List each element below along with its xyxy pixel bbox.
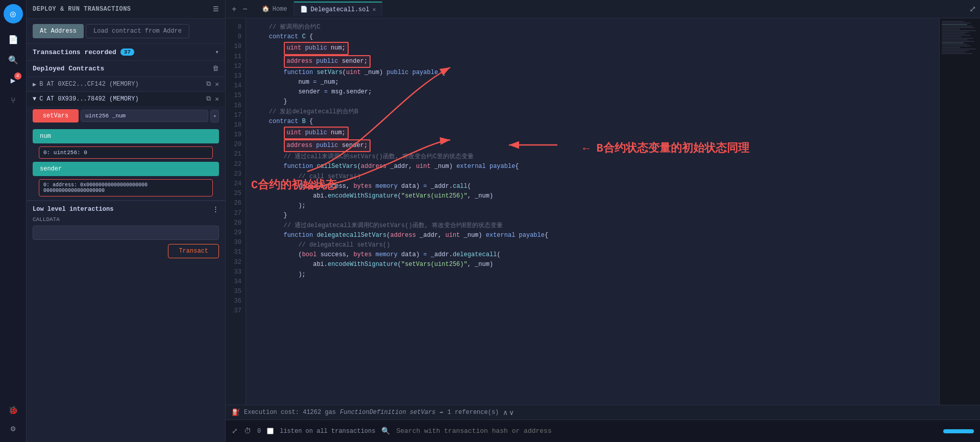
- low-level-title: Low level interactions: [33, 206, 113, 213]
- contract-b-item: ▶ B AT 0XEC2...CF142 (MEMORY) ⧉ ✕: [27, 77, 225, 92]
- transactions-row: Transactions recorded 37 ▾: [27, 44, 225, 61]
- setvars-dropdown[interactable]: ▾: [210, 110, 219, 122]
- home-tab-label: Home: [273, 6, 287, 13]
- sidebar-icon-settings[interactable]: ⚙: [4, 420, 22, 438]
- home-tab-icon: 🏠: [262, 5, 270, 13]
- panel-header: DEPLOY & RUN TRANSACTIONS ☰: [27, 0, 225, 19]
- contract-b-label: B AT 0XEC2...CF142 (MEMORY): [39, 81, 138, 88]
- contract-c-close-icon[interactable]: ✕: [215, 95, 219, 103]
- contract-c-label: C AT 0X939...78492 (MEMORY): [39, 95, 138, 103]
- transaction-search-input[interactable]: [396, 427, 937, 435]
- deployed-contracts-label: Deployed Contracts: [33, 65, 104, 72]
- delegatecall-tab-label: Delegatecall.sol: [311, 6, 370, 13]
- execution-cost: Execution cost: 41262 gas: [244, 409, 336, 416]
- forward-arrow-icon: ➡: [439, 409, 443, 416]
- sidebar-icon-git[interactable]: ⑂: [4, 92, 22, 110]
- num-output-box: 0: uint256: 0: [39, 146, 213, 159]
- main-editor-area: + − 🏠 Home 📄 Delegatecall.sol ✕ ⤢ 8 9 10…: [226, 0, 980, 442]
- left-panel: DEPLOY & RUN TRANSACTIONS ☰ At Address L…: [27, 0, 226, 442]
- bottom-bar: ⤢ ⏱ 0 listen on all transactions 🔍: [226, 420, 980, 442]
- status-gas-icon: ⛽: [232, 408, 240, 416]
- bottom-clock-icon: ⏱: [244, 427, 251, 435]
- minimap-content: [940, 18, 980, 57]
- num-button[interactable]: num: [33, 129, 219, 143]
- line-numbers: 8 9 10 11 12 13 14 15 16 17 18 19 20 21 …: [226, 18, 246, 405]
- transactions-text: Transactions recorded: [33, 48, 116, 56]
- deployed-contracts-row: Deployed Contracts 🗑: [27, 61, 225, 77]
- zoom-in-button[interactable]: +: [230, 4, 238, 15]
- tab-close-icon[interactable]: ✕: [373, 6, 376, 13]
- function-def-label: FunctionDefinition setVars: [340, 409, 435, 416]
- contract-c-header: ▼ C AT 0X939...78492 (MEMORY) ⧉ ✕: [27, 92, 225, 106]
- panel-menu-icon[interactable]: ☰: [213, 5, 219, 13]
- contract-c-section: ▼ C AT 0X939...78492 (MEMORY) ⧉ ✕ setVar…: [27, 92, 225, 201]
- low-level-menu-icon[interactable]: ⋮: [212, 205, 219, 213]
- listen-label: listen on all transactions: [280, 428, 375, 435]
- setvars-row: setVars ▾: [27, 106, 225, 126]
- sender-button[interactable]: sender: [33, 162, 219, 176]
- contract-c-expand-icon[interactable]: ▼: [33, 95, 36, 103]
- transactions-label: Transactions recorded 37: [33, 48, 134, 56]
- status-bar: ⛽ Execution cost: 41262 gas FunctionDefi…: [226, 405, 980, 420]
- listen-checkbox[interactable]: [267, 428, 274, 434]
- code-editor-content[interactable]: // 被调用的合约C contract C { uint public num;…: [246, 18, 939, 405]
- trash-icon[interactable]: 🗑: [212, 65, 219, 72]
- tx-count-badge: 37: [120, 48, 134, 56]
- transactions-chevron-icon[interactable]: ▾: [215, 48, 219, 56]
- nav-arrows: ∧ ∨: [503, 408, 514, 416]
- code-area: 8 9 10 11 12 13 14 15 16 17 18 19 20 21 …: [226, 18, 980, 405]
- sidebar-icon-deploy[interactable]: ▶ 4: [4, 71, 22, 90]
- minimap: [939, 18, 980, 405]
- sidebar-icon-search[interactable]: 🔍: [4, 51, 22, 69]
- references-count: 1 reference(s): [448, 409, 499, 416]
- setvars-button[interactable]: setVars: [33, 109, 79, 122]
- sender-output-box: 0: address: 0x00000000000000000000000000…: [39, 179, 213, 197]
- nav-up-button[interactable]: ∧: [503, 408, 508, 416]
- bottom-progress-bar: [943, 429, 974, 433]
- tab-delegatecall[interactable]: 📄 Delegatecall.sol ✕: [294, 2, 383, 16]
- contract-b-expand-icon[interactable]: ▶: [33, 81, 36, 88]
- low-level-section: Low level interactions ⋮ CALLDATA Transa…: [27, 201, 225, 262]
- function-buttons: num 0: uint256: 0 sender 0: address: 0x0…: [27, 126, 225, 200]
- load-contract-button[interactable]: Load contract from Addre: [86, 24, 189, 38]
- zoom-out-button[interactable]: −: [240, 4, 249, 15]
- maximize-icon[interactable]: ⤢: [969, 4, 976, 14]
- zoom-controls: + −: [230, 4, 250, 15]
- calldata-input[interactable]: [33, 226, 219, 240]
- calldata-label: CALLDATA: [33, 216, 219, 223]
- sidebar-icon-debug[interactable]: 🐞: [4, 401, 22, 420]
- transact-button[interactable]: Transact: [168, 244, 219, 258]
- bottom-count: 0: [257, 428, 261, 435]
- contract-c-copy-icon[interactable]: ⧉: [206, 95, 211, 103]
- app-logo: ◎: [4, 4, 23, 23]
- setvars-input[interactable]: [81, 110, 208, 122]
- panel-title: DEPLOY & RUN TRANSACTIONS: [33, 6, 131, 13]
- delegatecall-tab-icon: 📄: [300, 6, 308, 13]
- sidebar-icon-file[interactable]: 📄: [4, 31, 22, 49]
- icon-sidebar: ◎ 📄 🔍 ▶ 4 ⑂ 🐞 ⚙: [0, 0, 27, 442]
- transact-row: Transact: [33, 244, 219, 258]
- at-address-button[interactable]: At Address: [33, 24, 84, 38]
- bottom-expand-icon[interactable]: ⤢: [232, 427, 238, 435]
- tab-bar: + − 🏠 Home 📄 Delegatecall.sol ✕ ⤢: [226, 0, 980, 18]
- address-buttons-row: At Address Load contract from Addre: [27, 19, 225, 44]
- tab-home[interactable]: 🏠 Home: [256, 2, 294, 16]
- nav-down-button[interactable]: ∨: [509, 408, 514, 416]
- bottom-search-icon: 🔍: [381, 427, 390, 435]
- deploy-badge: 4: [14, 72, 21, 80]
- contract-b-close-icon[interactable]: ✕: [215, 80, 219, 88]
- contract-b-copy-icon[interactable]: ⧉: [206, 80, 211, 88]
